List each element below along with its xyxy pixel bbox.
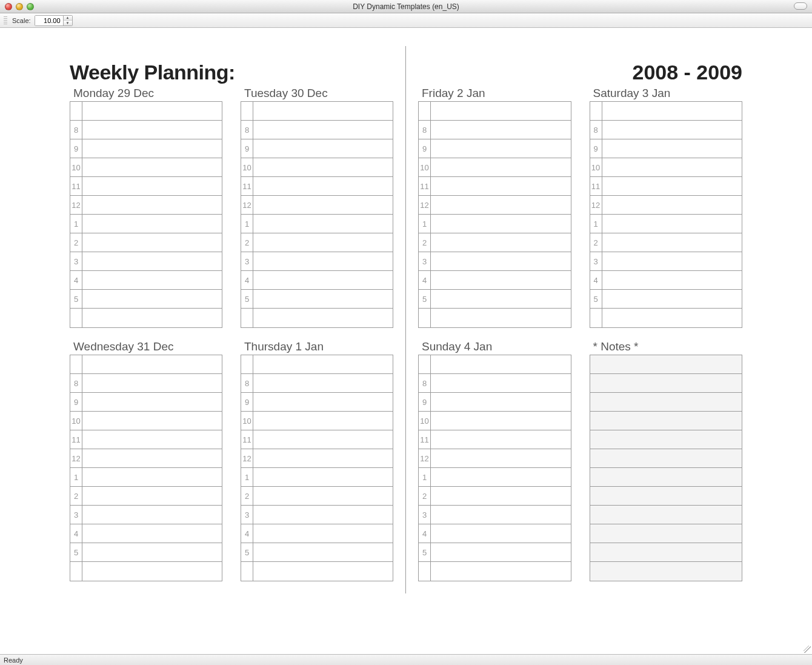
notes-row[interactable]: [590, 412, 742, 430]
time-slot[interactable]: [431, 215, 571, 233]
workspace[interactable]: Weekly Planning: Monday 29 Dec 891011121…: [0, 28, 812, 654]
titlebar-pill-button[interactable]: [794, 2, 807, 10]
time-slot[interactable]: [253, 543, 393, 561]
time-slot[interactable]: [431, 158, 571, 176]
scale-step-down[interactable]: ▼: [64, 21, 72, 25]
notes-row[interactable]: [590, 562, 742, 581]
time-slot[interactable]: [253, 355, 393, 373]
time-slot[interactable]: [82, 102, 222, 120]
time-slot[interactable]: [82, 290, 222, 308]
time-slot[interactable]: [82, 309, 222, 327]
toolbar-handle[interactable]: [4, 16, 7, 25]
time-slot[interactable]: [431, 139, 571, 158]
time-slot[interactable]: [253, 487, 393, 505]
time-slot[interactable]: [431, 355, 571, 373]
time-slot[interactable]: [82, 468, 222, 486]
time-slot[interactable]: [82, 215, 222, 233]
time-slot[interactable]: [602, 139, 742, 158]
time-slot[interactable]: [602, 271, 742, 289]
time-slot[interactable]: [253, 121, 393, 139]
time-slot[interactable]: [82, 562, 222, 581]
notes-row[interactable]: [590, 393, 742, 412]
time-slot[interactable]: [431, 102, 571, 120]
time-slot[interactable]: [602, 290, 742, 308]
time-slot[interactable]: [253, 449, 393, 467]
notes-row[interactable]: [590, 524, 742, 543]
time-slot[interactable]: [82, 506, 222, 524]
time-slot[interactable]: [253, 430, 393, 449]
time-slot[interactable]: [431, 393, 571, 411]
notes-row[interactable]: [590, 543, 742, 562]
time-slot[interactable]: [602, 102, 742, 120]
time-slot[interactable]: [82, 412, 222, 430]
time-slot[interactable]: [82, 139, 222, 158]
notes-row[interactable]: [590, 374, 742, 393]
time-slot[interactable]: [82, 271, 222, 289]
notes-row[interactable]: [590, 430, 742, 449]
time-slot[interactable]: [602, 309, 742, 327]
time-slot[interactable]: [253, 102, 393, 120]
time-slot[interactable]: [431, 271, 571, 289]
time-slot[interactable]: [602, 177, 742, 195]
time-slot[interactable]: [431, 468, 571, 486]
time-slot[interactable]: [82, 524, 222, 543]
time-slot[interactable]: [431, 233, 571, 252]
time-slot[interactable]: [431, 487, 571, 505]
time-slot[interactable]: [82, 430, 222, 449]
time-slot[interactable]: [253, 468, 393, 486]
time-slot[interactable]: [82, 487, 222, 505]
scale-step-up[interactable]: ▲: [64, 16, 72, 21]
notes-row[interactable]: [590, 468, 742, 487]
time-slot[interactable]: [431, 252, 571, 270]
scale-stepper[interactable]: ▲ ▼: [35, 15, 73, 26]
time-slot[interactable]: [82, 252, 222, 270]
time-slot[interactable]: [431, 196, 571, 214]
time-slot[interactable]: [82, 196, 222, 214]
time-slot[interactable]: [82, 177, 222, 195]
time-slot[interactable]: [431, 290, 571, 308]
time-slot[interactable]: [82, 393, 222, 411]
time-slot[interactable]: [253, 252, 393, 270]
time-slot[interactable]: [602, 215, 742, 233]
time-slot[interactable]: [602, 121, 742, 139]
time-slot[interactable]: [602, 252, 742, 270]
time-slot[interactable]: [431, 506, 571, 524]
time-slot[interactable]: [431, 562, 571, 581]
time-slot[interactable]: [431, 524, 571, 543]
time-slot[interactable]: [431, 309, 571, 327]
notes-row[interactable]: [590, 449, 742, 468]
time-slot[interactable]: [431, 449, 571, 467]
time-slot[interactable]: [82, 158, 222, 176]
time-slot[interactable]: [253, 524, 393, 543]
time-slot[interactable]: [253, 139, 393, 158]
scale-input[interactable]: [35, 16, 63, 25]
notes-row[interactable]: [590, 487, 742, 506]
notes-row[interactable]: [590, 506, 742, 524]
time-slot[interactable]: [82, 449, 222, 467]
time-slot[interactable]: [82, 355, 222, 373]
close-window-button[interactable]: [5, 3, 12, 10]
zoom-window-button[interactable]: [27, 3, 34, 10]
time-slot[interactable]: [253, 374, 393, 392]
time-slot[interactable]: [253, 393, 393, 411]
time-slot[interactable]: [253, 309, 393, 327]
time-slot[interactable]: [253, 412, 393, 430]
time-slot[interactable]: [82, 543, 222, 561]
time-slot[interactable]: [431, 430, 571, 449]
time-slot[interactable]: [253, 196, 393, 214]
time-slot[interactable]: [431, 412, 571, 430]
time-slot[interactable]: [253, 562, 393, 581]
time-slot[interactable]: [253, 215, 393, 233]
time-slot[interactable]: [253, 158, 393, 176]
time-slot[interactable]: [82, 233, 222, 252]
time-slot[interactable]: [82, 121, 222, 139]
time-slot[interactable]: [253, 233, 393, 252]
notes-row[interactable]: [590, 355, 742, 374]
time-slot[interactable]: [253, 290, 393, 308]
time-slot[interactable]: [602, 158, 742, 176]
time-slot[interactable]: [253, 177, 393, 195]
resize-grip[interactable]: [804, 646, 811, 653]
time-slot[interactable]: [82, 374, 222, 392]
minimize-window-button[interactable]: [16, 3, 23, 10]
time-slot[interactable]: [253, 506, 393, 524]
